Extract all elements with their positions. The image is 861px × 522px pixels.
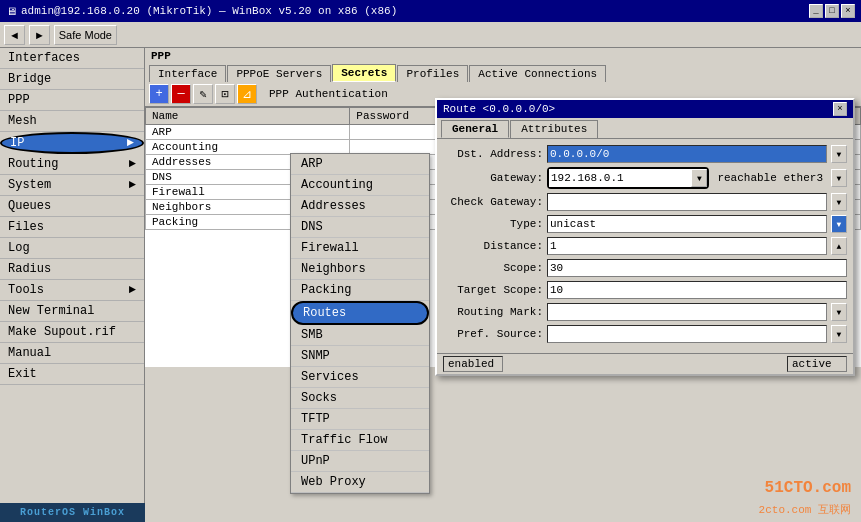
edit-button[interactable]: ✎ — [193, 84, 213, 104]
sidebar-item-interfaces[interactable]: Interfaces — [0, 48, 144, 69]
sidebar-item-mesh[interactable]: Mesh — [0, 111, 144, 132]
sidebar-item-queues[interactable]: Queues — [0, 196, 144, 217]
maximize-button[interactable]: □ — [825, 4, 839, 18]
dst-address-input[interactable] — [547, 145, 827, 163]
tab-profiles[interactable]: Profiles — [397, 65, 468, 82]
routing-mark-label: Routing Mark: — [443, 306, 543, 318]
submenu-socks[interactable]: Socks — [291, 388, 429, 409]
gateway-input[interactable] — [549, 169, 691, 187]
submenu-tftp[interactable]: TFTP — [291, 409, 429, 430]
pref-source-dropdown[interactable]: ▼ — [831, 325, 847, 343]
check-gateway-input[interactable] — [547, 193, 827, 211]
content-area: PPP Interface PPPoE Servers Secrets Prof… — [145, 48, 861, 522]
sidebar-label-system: System — [8, 178, 51, 192]
remove-button[interactable]: — — [171, 84, 191, 104]
target-scope-input[interactable] — [547, 281, 847, 299]
distance-label: Distance: — [443, 240, 543, 252]
minimize-button[interactable]: _ — [809, 4, 823, 18]
route-dialog: Route <0.0.0.0/0> × General Attributes D… — [435, 98, 855, 376]
col-name[interactable]: Name — [146, 108, 350, 125]
distance-input[interactable] — [547, 237, 827, 255]
gateway-row: Gateway: ▼ reachable ether3 ▼ — [443, 167, 847, 189]
routing-mark-dropdown[interactable]: ▼ — [831, 303, 847, 321]
check-gateway-dropdown[interactable]: ▼ — [831, 193, 847, 211]
ppp-tab-bar: Interface PPPoE Servers Secrets Profiles… — [145, 64, 861, 82]
tab-secrets[interactable]: Secrets — [332, 64, 396, 82]
route-tab-general[interactable]: General — [441, 120, 509, 138]
submenu-traffic-flow[interactable]: Traffic Flow — [291, 430, 429, 451]
submenu-snmp[interactable]: SNMP — [291, 346, 429, 367]
scope-label: Scope: — [443, 262, 543, 274]
type-input[interactable] — [547, 215, 827, 233]
submenu-web-proxy[interactable]: Web Proxy — [291, 472, 429, 493]
cell-name: ARP — [146, 125, 350, 140]
copy-button[interactable]: ⊡ — [215, 84, 235, 104]
submenu-dns[interactable]: DNS — [291, 217, 429, 238]
sidebar-label-ip: IP — [10, 136, 24, 150]
distance-up[interactable]: ▲ — [831, 237, 847, 255]
distance-row: Distance: ▲ — [443, 237, 847, 255]
sidebar-item-make-supout[interactable]: Make Supout.rif — [0, 322, 144, 343]
type-row: Type: ▼ — [443, 215, 847, 233]
watermark: RouterOS WinBox — [0, 503, 145, 522]
sidebar-item-log[interactable]: Log — [0, 238, 144, 259]
sidebar-item-manual[interactable]: Manual — [0, 343, 144, 364]
safe-mode-button[interactable]: Safe Mode — [54, 25, 117, 45]
submenu-packing[interactable]: Packing — [291, 280, 429, 301]
sidebar-label-radius: Radius — [8, 262, 51, 276]
submenu-arp[interactable]: ARP — [291, 154, 429, 175]
gateway-label: Gateway: — [443, 172, 543, 184]
sidebar-item-exit[interactable]: Exit — [0, 364, 144, 385]
filter-button[interactable]: ⊿ — [237, 84, 257, 104]
target-scope-row: Target Scope: — [443, 281, 847, 299]
submenu-firewall[interactable]: Firewall — [291, 238, 429, 259]
submenu-upnp[interactable]: UPnP — [291, 451, 429, 472]
close-button[interactable]: × — [841, 4, 855, 18]
submenu-services[interactable]: Services — [291, 367, 429, 388]
title-bar-buttons[interactable]: _ □ × — [809, 4, 855, 18]
forward-button[interactable]: ► — [29, 25, 50, 45]
sidebar-item-bridge[interactable]: Bridge — [0, 69, 144, 90]
sidebar-label-interfaces: Interfaces — [8, 51, 80, 65]
submenu-routes[interactable]: Routes — [291, 301, 429, 325]
add-button[interactable]: + — [149, 84, 169, 104]
tab-active-connections[interactable]: Active Connections — [469, 65, 606, 82]
sidebar-label-routing: Routing — [8, 157, 58, 171]
submenu-accounting[interactable]: Accounting — [291, 175, 429, 196]
sidebar-label-log: Log — [8, 241, 30, 255]
sidebar-item-system[interactable]: System ► — [0, 175, 144, 196]
sidebar-label-make-supout: Make Supout.rif — [8, 325, 116, 339]
pref-source-input[interactable] — [547, 325, 827, 343]
submenu-neighbors[interactable]: Neighbors — [291, 259, 429, 280]
scope-input[interactable] — [547, 259, 847, 277]
dst-address-dropdown[interactable]: ▼ — [831, 145, 847, 163]
routing-mark-input[interactable] — [547, 303, 827, 321]
sidebar-item-new-terminal[interactable]: New Terminal — [0, 301, 144, 322]
gateway-dropdown[interactable]: ▼ — [691, 169, 707, 187]
sidebar-item-ip[interactable]: IP ► — [0, 132, 144, 154]
pref-source-label: Pref. Source: — [443, 328, 543, 340]
ip-submenu: ARP Accounting Addresses DNS Firewall Ne… — [290, 153, 430, 494]
tab-pppoe-servers[interactable]: PPPoE Servers — [227, 65, 331, 82]
dst-address-label: Dst. Address: — [443, 148, 543, 160]
scope-row: Scope: — [443, 259, 847, 277]
tab-interface[interactable]: Interface — [149, 65, 226, 82]
app-icon: 🖥 — [6, 5, 17, 18]
route-tabs: General Attributes — [437, 118, 853, 138]
dst-address-row: Dst. Address: ▼ — [443, 145, 847, 163]
submenu-smb[interactable]: SMB — [291, 325, 429, 346]
route-close-button[interactable]: × — [833, 102, 847, 116]
type-dropdown[interactable]: ▼ — [831, 215, 847, 233]
sidebar-item-ppp[interactable]: PPP — [0, 90, 144, 111]
system-arrow-icon: ► — [129, 178, 136, 192]
gateway-extra: reachable ether3 — [713, 172, 827, 184]
route-tab-attributes[interactable]: Attributes — [510, 120, 598, 138]
sidebar-item-routing[interactable]: Routing ► — [0, 154, 144, 175]
sidebar-item-tools[interactable]: Tools ► — [0, 280, 144, 301]
submenu-addresses[interactable]: Addresses — [291, 196, 429, 217]
gateway-extra-dropdown[interactable]: ▼ — [831, 169, 847, 187]
back-button[interactable]: ◄ — [4, 25, 25, 45]
route-dialog-title-text: Route <0.0.0.0/0> — [443, 103, 555, 115]
sidebar-item-files[interactable]: Files — [0, 217, 144, 238]
sidebar-item-radius[interactable]: Radius — [0, 259, 144, 280]
